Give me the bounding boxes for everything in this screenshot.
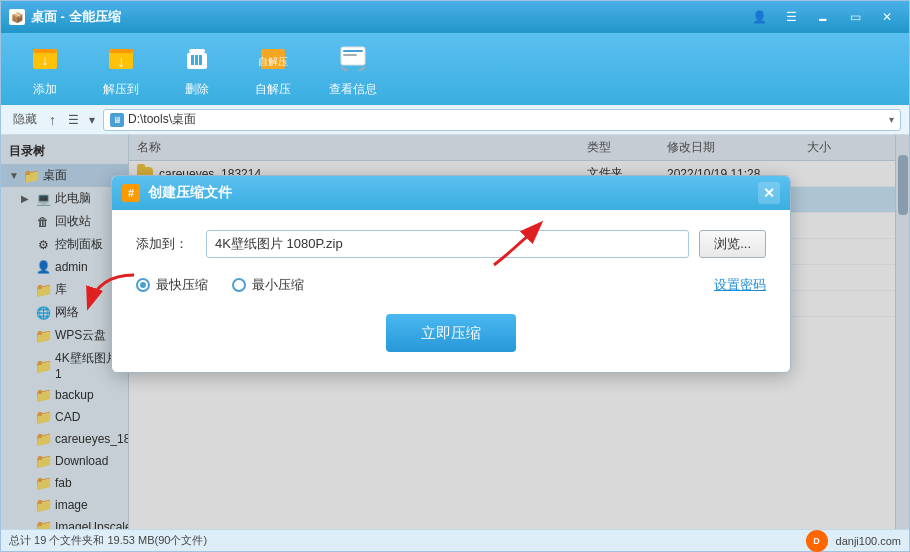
extract-label: 解压到 xyxy=(103,81,139,98)
minimize-btn[interactable]: 🗕 xyxy=(809,7,837,27)
smallest-radio[interactable] xyxy=(232,278,246,292)
browse-button[interactable]: 浏览... xyxy=(699,230,766,258)
fastest-radio[interactable] xyxy=(136,278,150,292)
info-label: 查看信息 xyxy=(329,81,377,98)
menu-btn[interactable]: ☰ xyxy=(777,7,805,27)
dialog-title: 创建压缩文件 xyxy=(148,184,232,202)
delete-label: 删除 xyxy=(185,81,209,98)
add-button[interactable]: ↓ 添加 xyxy=(17,37,73,102)
main-content: 目录树 ▼ 📁 桌面 ▶ 💻 此电脑 🗑 回收站 ⚙ 控制面板 xyxy=(1,135,909,529)
action-row: 立即压缩 xyxy=(136,314,766,352)
delete-icon xyxy=(179,41,215,77)
svg-rect-8 xyxy=(191,55,194,65)
extract-button[interactable]: ↓ 解压到 xyxy=(93,37,149,102)
dialog-body: 添加到： 浏览... 最快压缩 最小压缩 xyxy=(112,210,790,372)
fastest-label: 最快压缩 xyxy=(156,276,208,294)
path-dropdown[interactable]: ▾ xyxy=(889,114,894,125)
svg-line-14 xyxy=(341,67,347,71)
app-icon: 📦 xyxy=(9,9,25,25)
path-icon: 🖥 xyxy=(110,113,124,127)
up-button[interactable]: ↑ xyxy=(45,110,60,130)
status-bar: 总计 19 个文件夹和 19.53 MB(90个文件) D danji100.c… xyxy=(1,529,909,551)
dialog-title-bar: # 创建压缩文件 ✕ xyxy=(112,176,790,210)
title-bar: 📦 桌面 - 全能压缩 👤 ☰ 🗕 ▭ ✕ xyxy=(1,1,909,33)
user-icon-btn[interactable]: 👤 xyxy=(745,7,773,27)
svg-rect-10 xyxy=(199,55,202,65)
site-name: danji100.com xyxy=(836,535,901,547)
add-label: 添加 xyxy=(33,81,57,98)
info-button[interactable]: 查看信息 xyxy=(321,37,385,102)
svg-line-15 xyxy=(359,67,365,71)
app-title: 桌面 - 全能压缩 xyxy=(31,8,745,26)
add-to-label: 添加到： xyxy=(136,235,196,253)
svg-rect-17 xyxy=(343,54,357,56)
view-dropdown-button[interactable]: ▾ xyxy=(85,111,99,129)
close-btn[interactable]: ✕ xyxy=(873,7,901,27)
nav-bar: 隐藏 ↑ ☰ ▾ 🖥 D:\tools\桌面 ▾ xyxy=(1,105,909,135)
fastest-option[interactable]: 最快压缩 xyxy=(136,276,208,294)
hide-button[interactable]: 隐藏 xyxy=(9,109,41,130)
smallest-option[interactable]: 最小压缩 xyxy=(232,276,304,294)
path-text: D:\tools\桌面 xyxy=(128,111,196,128)
svg-text:自解压: 自解压 xyxy=(258,56,288,67)
site-logo: D xyxy=(806,530,828,552)
dialog-overlay: # 创建压缩文件 ✕ 添加到： 浏览... xyxy=(1,135,909,529)
extract-icon: ↓ xyxy=(103,41,139,77)
filename-input[interactable] xyxy=(206,230,689,258)
selfextract-label: 自解压 xyxy=(255,81,291,98)
app-window: 📦 桌面 - 全能压缩 👤 ☰ 🗕 ▭ ✕ ↓ 添加 xyxy=(0,0,910,552)
dialog-close-button[interactable]: ✕ xyxy=(758,182,780,204)
title-bar-controls: 👤 ☰ 🗕 ▭ ✕ xyxy=(745,7,901,27)
create-zip-dialog: # 创建压缩文件 ✕ 添加到： 浏览... xyxy=(111,175,791,373)
path-bar[interactable]: 🖥 D:\tools\桌面 ▾ xyxy=(103,109,901,131)
add-icon: ↓ xyxy=(27,41,63,77)
compress-button[interactable]: 立即压缩 xyxy=(386,314,516,352)
svg-text:↓: ↓ xyxy=(42,52,49,68)
selfextract-button[interactable]: 自解压 自解压 xyxy=(245,37,301,102)
maximize-btn[interactable]: ▭ xyxy=(841,7,869,27)
toolbar: ↓ 添加 ↓ 解压到 xyxy=(1,33,909,105)
info-icon xyxy=(335,41,371,77)
svg-rect-6 xyxy=(189,49,205,53)
status-text: 总计 19 个文件夹和 19.53 MB(90个文件) xyxy=(9,533,207,548)
list-view-button[interactable]: ☰ xyxy=(64,111,83,129)
smallest-label: 最小压缩 xyxy=(252,276,304,294)
filename-row: 添加到： 浏览... xyxy=(136,230,766,258)
delete-button[interactable]: 删除 xyxy=(169,37,225,102)
svg-rect-9 xyxy=(195,55,198,65)
svg-rect-16 xyxy=(343,50,363,52)
selfextract-icon: 自解压 xyxy=(255,41,291,77)
status-bar-right: D danji100.com xyxy=(806,530,901,552)
set-password-link[interactable]: 设置密码 xyxy=(714,276,766,294)
dialog-title-icon: # xyxy=(122,184,140,202)
svg-text:↓: ↓ xyxy=(117,53,125,70)
view-buttons: ☰ ▾ xyxy=(64,111,99,129)
options-row: 最快压缩 最小压缩 设置密码 xyxy=(136,276,766,294)
